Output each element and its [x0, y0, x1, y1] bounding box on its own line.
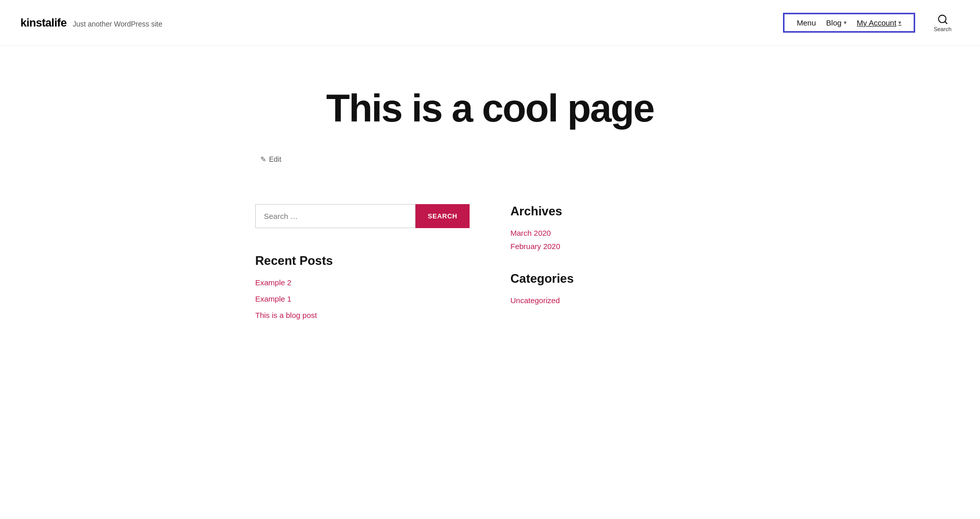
category-link[interactable]: Uncategorized [510, 296, 560, 305]
page-content-wrapper: SEARCH Recent Posts Example 2 Example 1 … [184, 174, 796, 340]
nav-blog[interactable]: Blog ▾ [826, 18, 847, 27]
site-branding: kinstalife Just another WordPress site [20, 16, 162, 30]
categories-list: Uncategorized [510, 296, 725, 305]
categories-title: Categories [510, 271, 725, 286]
edit-link[interactable]: Edit [269, 155, 281, 163]
search-input[interactable] [255, 204, 415, 228]
page-main: This is a cool page ✎ Edit SEARCH Recent… [0, 46, 980, 340]
list-item: This is a blog post [255, 311, 470, 320]
list-item: March 2020 [510, 229, 725, 238]
nav-menu[interactable]: Menu [797, 18, 816, 27]
header-search-label: Search [934, 26, 951, 32]
search-widget: SEARCH [255, 204, 470, 228]
header-search-button[interactable]: Search [925, 10, 960, 36]
widgets-area: SEARCH Recent Posts Example 2 Example 1 … [255, 174, 725, 340]
site-title: kinstalife [20, 16, 66, 30]
search-icon [937, 14, 948, 25]
recent-posts-title: Recent Posts [255, 254, 470, 268]
list-item: February 2020 [510, 242, 725, 251]
archives-list: March 2020 February 2020 [510, 229, 725, 251]
page-hero: This is a cool page [0, 46, 980, 150]
widget-left: SEARCH Recent Posts Example 2 Example 1 … [255, 204, 470, 320]
categories-widget: Categories Uncategorized [510, 271, 725, 305]
edit-icon: ✎ [260, 155, 266, 163]
page-title: This is a cool page [20, 87, 960, 130]
svg-line-1 [945, 21, 947, 23]
search-button[interactable]: SEARCH [415, 204, 470, 228]
nav-menu-label: Menu [797, 18, 816, 27]
archives-widget: Archives March 2020 February 2020 [510, 204, 725, 251]
archive-link[interactable]: February 2020 [510, 242, 560, 251]
archive-link[interactable]: March 2020 [510, 229, 551, 237]
archives-title: Archives [510, 204, 725, 218]
nav-my-account-label: My Account [857, 18, 897, 27]
recent-post-link[interactable]: Example 1 [255, 294, 291, 303]
list-item: Example 2 [255, 278, 470, 287]
recent-post-link[interactable]: This is a blog post [255, 311, 317, 319]
nav-blog-label: Blog [826, 18, 842, 27]
nav-menu-box: Menu Blog ▾ My Account ▾ [783, 13, 915, 33]
recent-posts-list: Example 2 Example 1 This is a blog post [255, 278, 470, 320]
widget-right: Archives March 2020 February 2020 Catego… [510, 204, 725, 320]
chevron-down-icon: ▾ [844, 19, 847, 26]
recent-post-link[interactable]: Example 2 [255, 278, 291, 287]
recent-posts-widget: Recent Posts Example 2 Example 1 This is… [255, 254, 470, 320]
nav-my-account[interactable]: My Account ▾ [857, 18, 902, 27]
site-tagline: Just another WordPress site [72, 20, 162, 28]
site-header: kinstalife Just another WordPress site M… [0, 0, 980, 46]
list-item: Example 1 [255, 294, 470, 304]
header-right: Menu Blog ▾ My Account ▾ Search [783, 10, 960, 36]
list-item: Uncategorized [510, 296, 725, 305]
chevron-down-icon: ▾ [898, 19, 901, 26]
